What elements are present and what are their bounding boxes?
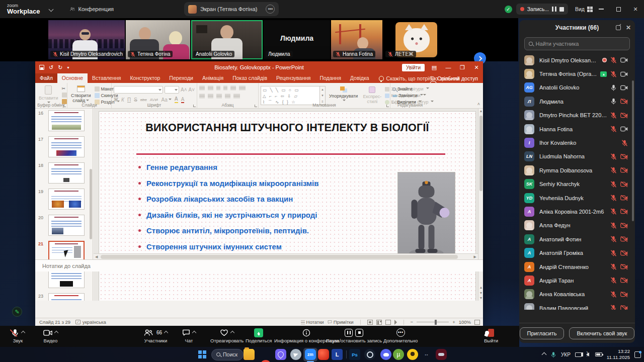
highlight-button[interactable]: 𝐀 <box>175 96 178 103</box>
invite-button[interactable]: Пригласить <box>520 327 565 339</box>
tab-screen-share[interactable]: Экран (Тетяна Фотіна) ••• <box>184 2 279 16</box>
tray-chevron-icon[interactable] <box>542 352 547 357</box>
comments-toggle[interactable]: Примітки <box>328 319 354 325</box>
tab-insert[interactable]: Вставлення <box>88 73 125 83</box>
notes-toggle[interactable]: Нотатки <box>301 319 324 325</box>
battery-icon[interactable] <box>595 352 602 356</box>
participant-row[interactable]: Rymma Dolbanosova <box>519 163 632 177</box>
slide-thumb-23[interactable]: 23 <box>35 292 93 301</box>
participant-row[interactable]: A Анатолий Фотин <box>519 232 632 246</box>
viber-icon[interactable] <box>275 349 286 360</box>
zoom-app-icon[interactable]: zm <box>305 349 316 360</box>
video-options-chevron-icon[interactable] <box>54 330 58 334</box>
pause-recording-icon[interactable] <box>552 7 556 12</box>
arrange-button[interactable]: Упорядкувати <box>328 84 359 104</box>
security-shield-icon[interactable]: ✓ <box>505 6 512 13</box>
discord-icon[interactable] <box>380 349 391 360</box>
zoom-out-button[interactable]: − <box>411 319 414 325</box>
tray-mic-icon[interactable] <box>550 351 556 358</box>
powerpoint-titlebar[interactable]: ↺ ↻ ▾ Biosafety. Golovkopptx - PowerPoin… <box>35 61 483 73</box>
participant-search[interactable] <box>524 37 630 50</box>
maximize-button[interactable] <box>610 0 627 18</box>
reading-view-button[interactable] <box>385 320 391 325</box>
font-size-select[interactable] <box>165 86 179 94</box>
gamepad-icon[interactable] <box>436 349 447 360</box>
volume-icon[interactable] <box>586 352 589 356</box>
participant-row[interactable]: A Анатолій Громіка <box>519 246 632 259</box>
scrollbar-thumb[interactable] <box>479 116 482 191</box>
workspace-chevron-icon[interactable] <box>48 7 53 12</box>
start-button[interactable] <box>197 349 208 360</box>
align-center-button[interactable] <box>208 94 213 99</box>
chrome-icon[interactable] <box>260 360 271 362</box>
slide-thumb-16[interactable]: 16 <box>35 109 93 135</box>
change-case-button[interactable]: Aa <box>162 97 172 103</box>
notifications-icon[interactable] <box>634 351 641 358</box>
participant-row[interactable]: Hanna Fotina <box>519 122 632 136</box>
video-tile-cat-avatar[interactable]: Л𝔼Т𝔼Ж <box>383 20 449 59</box>
recording-indicator[interactable]: Запись... <box>516 4 568 15</box>
ppt-restore-button[interactable]: ❐ <box>458 64 467 71</box>
ppt-minimize-button[interactable]: — <box>444 64 453 70</box>
slide-thumb-17[interactable]: 17 <box>35 135 93 161</box>
italic-button[interactable]: К <box>121 97 124 103</box>
underline-button[interactable]: П <box>127 97 131 103</box>
clock[interactable]: 13:22 11.11.2025 <box>607 348 630 360</box>
close-button[interactable]: ✕ <box>627 0 644 18</box>
participant-row[interactable]: Kisil Dmytro Oleksandrovich (Я) <box>519 53 632 67</box>
search-input[interactable] <box>536 41 625 47</box>
steam-icon[interactable] <box>364 349 375 360</box>
participant-row[interactable]: Вадим Павловский <box>519 301 632 310</box>
slide-sorter-view-button[interactable] <box>376 320 382 325</box>
drawing-dialog-launcher-icon[interactable] <box>386 105 389 107</box>
participant-row[interactable]: LN Liudmula Nahorna <box>519 150 632 163</box>
font-dialog-launcher-icon[interactable] <box>193 105 196 107</box>
tab-home[interactable]: Основне <box>57 73 88 83</box>
line-spacing-button[interactable] <box>230 86 236 90</box>
slide-editor[interactable]: ВИКОРИСТАННЯ ШТУЧНОГО ІНТЕЛЕКТУ В БІОЛОГ… <box>94 109 478 301</box>
slide-thumb-19[interactable]: 19 <box>35 187 93 213</box>
bold-button[interactable]: Ж <box>114 97 118 103</box>
chat-button[interactable]: Чат <box>182 328 196 343</box>
view-button[interactable]: Вид <box>575 6 593 12</box>
participants-chevron-icon[interactable] <box>164 330 168 334</box>
app-icon[interactable]: ▪▪ <box>421 349 432 360</box>
spellcheck-icon[interactable]: ✓ <box>75 320 80 324</box>
file-explorer-icon[interactable] <box>244 349 255 360</box>
more-button[interactable]: ••• Дополнительно <box>383 328 418 343</box>
l-app-icon[interactable]: L <box>332 349 343 360</box>
thumbnails-scrollbar[interactable] <box>90 169 92 239</box>
slide-thumbnails-panel[interactable]: 16 17 18 19 20 <box>35 109 93 301</box>
video-tile-kisil[interactable]: Kisil Dmytro Oleksandrovich <box>48 20 125 59</box>
horizontal-scrollbar[interactable]: ◀ ▶ <box>94 253 478 259</box>
ribbon-display-options-icon[interactable]: ▤ <box>430 64 439 71</box>
participant-row[interactable]: YD Yevheniia Dudnyk <box>519 191 632 205</box>
shrink-font-icon[interactable]: A˅ <box>188 87 195 93</box>
stop-recording-icon[interactable] <box>559 7 564 12</box>
justify-button[interactable] <box>225 94 230 99</box>
zoom-slider[interactable] <box>417 322 449 323</box>
signin-button[interactable]: Увійти <box>402 64 425 71</box>
participant-row[interactable]: A Андрій Степаненко <box>519 260 632 274</box>
game-launcher-icon[interactable] <box>318 349 329 360</box>
zoom-level[interactable]: 100% <box>459 319 471 325</box>
minimize-button[interactable] <box>593 0 610 18</box>
participant-row[interactable]: Анна Ковалівська <box>519 288 632 301</box>
tab-options-icon[interactable]: ••• <box>266 5 275 14</box>
increase-indent-button[interactable] <box>223 86 227 90</box>
slide-canvas[interactable]: ВИКОРИСТАННЯ ШТУЧНОГО ІНТЕЛЕКТУ В БІОЛОГ… <box>99 112 475 301</box>
tab-conference[interactable]: Конференция <box>70 6 114 12</box>
audio-options-chevron-icon[interactable] <box>21 330 25 334</box>
participant-row[interactable]: I Ihor Kovalenko <box>519 136 632 149</box>
tab-design[interactable]: Конструктор <box>125 73 165 83</box>
annotation-tool-button[interactable]: ✎ <box>12 307 22 317</box>
text-shadow-button[interactable]: abc <box>140 98 147 102</box>
clipboard-dialog-launcher-icon[interactable] <box>63 105 66 107</box>
participants-button[interactable]: 66 Участники <box>144 328 168 343</box>
replace-button[interactable]: abЗамінити <box>392 93 423 98</box>
yellow-app-icon[interactable] <box>407 349 418 360</box>
text-direction-button[interactable] <box>239 86 246 90</box>
participant-row[interactable]: Dmytro Pinchuk BET 2201-1 м5 <box>519 109 632 122</box>
video-button[interactable]: Видео <box>43 328 58 343</box>
participant-row[interactable]: A Аліка Коровіна 2001-2m6 <box>519 205 632 218</box>
